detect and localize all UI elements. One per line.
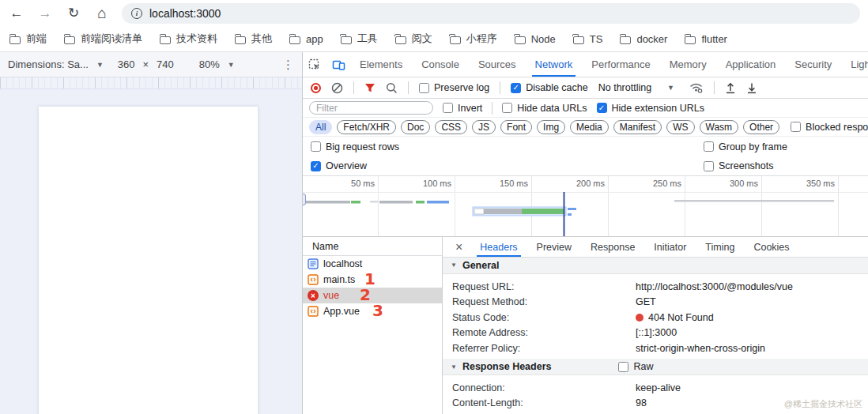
tab-security[interactable]: Security: [785, 52, 841, 77]
network-overview-timeline[interactable]: 50 ms 100 ms 150 ms 200 ms 250 ms 300 ms…: [303, 176, 868, 237]
filter-pill-css[interactable]: CSS: [435, 120, 467, 134]
resource-type-filter-row: All Fetch/XHR Doc CSS JS Font Img Media …: [303, 118, 868, 137]
script-icon: [308, 306, 319, 317]
filter-pill-img[interactable]: Img: [537, 120, 565, 134]
filter-pill-manifest[interactable]: Manifest: [613, 120, 662, 134]
timeline-drag-handle[interactable]: [303, 194, 306, 205]
invert-checkbox[interactable]: Invert: [443, 103, 482, 114]
bookmark-folder[interactable]: 工具: [341, 32, 378, 46]
tab-cookies[interactable]: Cookies: [745, 237, 797, 257]
tab-headers[interactable]: Headers: [472, 237, 525, 257]
filter-pill-wasm[interactable]: Wasm: [700, 120, 739, 134]
forward-icon[interactable]: →: [36, 6, 54, 20]
chevron-down-icon[interactable]: ▼: [228, 61, 235, 69]
filter-input[interactable]: [309, 101, 433, 115]
error-icon: ×: [308, 290, 319, 301]
filter-pill-ws[interactable]: WS: [666, 120, 694, 134]
tab-preview[interactable]: Preview: [529, 237, 579, 257]
device-width-field[interactable]: 360: [118, 58, 135, 70]
tab-lighthouse[interactable]: Lighthouse: [841, 52, 868, 77]
bookmark-folder[interactable]: Node: [515, 33, 556, 45]
request-row-appvue[interactable]: App.vue 3: [303, 303, 442, 319]
hide-data-urls-checkbox[interactable]: Hide data URLs: [502, 103, 587, 114]
toggle-device-toolbar-icon[interactable]: [326, 52, 350, 77]
response-headers-section-header[interactable]: ▼ Response Headers Raw: [443, 359, 868, 375]
folder-icon: [289, 36, 300, 44]
close-icon[interactable]: ×: [449, 240, 469, 254]
tab-console[interactable]: Console: [412, 52, 469, 77]
horizontal-ruler: [0, 77, 302, 89]
folder-icon: [573, 36, 584, 44]
blocked-response-cookies-checkbox[interactable]: Blocked response cookies: [791, 122, 868, 133]
folder-icon: [450, 36, 461, 44]
filter-pill-js[interactable]: JS: [472, 120, 496, 134]
header-row: Request URL:http://localhost:3000/@modul…: [443, 279, 868, 295]
tab-sources[interactable]: Sources: [469, 52, 526, 77]
raw-checkbox[interactable]: Raw: [618, 361, 653, 372]
overview-checkbox[interactable]: Overview: [311, 160, 367, 171]
filter-pill-media[interactable]: Media: [570, 120, 609, 134]
tab-memory[interactable]: Memory: [660, 52, 716, 77]
address-bar[interactable]: i localhost:3000: [122, 3, 860, 24]
bookmark-folder[interactable]: app: [289, 33, 323, 45]
filter-pill-font[interactable]: Font: [500, 120, 532, 134]
device-height-field[interactable]: 740: [157, 58, 174, 70]
filter-pill-all[interactable]: All: [309, 120, 332, 134]
device-select[interactable]: Dimensions: Sa...: [8, 58, 89, 70]
device-more-options-icon[interactable]: ⋮: [282, 58, 294, 72]
disable-cache-checkbox[interactable]: Disable cache: [511, 82, 588, 93]
bookmark-folder[interactable]: 前端: [9, 32, 47, 46]
throttling-select[interactable]: No throttling▼: [598, 82, 674, 93]
bookmark-folder[interactable]: 小程序: [450, 32, 497, 46]
filter-pill-doc[interactable]: Doc: [401, 120, 430, 134]
home-icon[interactable]: ⌂: [93, 6, 111, 21]
filter-icon[interactable]: [364, 83, 376, 93]
checkbox-checked-icon: [311, 161, 321, 171]
tab-network[interactable]: Network: [526, 52, 583, 77]
big-request-rows-checkbox[interactable]: Big request rows: [311, 141, 399, 152]
preserve-log-checkbox[interactable]: Preserve log: [419, 82, 489, 93]
bookmark-folder[interactable]: 其他: [235, 32, 272, 46]
clear-network-log-icon[interactable]: [331, 82, 343, 94]
tab-response[interactable]: Response: [583, 237, 643, 257]
url-text[interactable]: localhost:3000: [149, 7, 221, 20]
network-body: Name localhost main.ts 1 × vue 2: [303, 237, 868, 414]
import-har-icon[interactable]: [725, 82, 736, 94]
request-row-maints[interactable]: main.ts 1: [303, 272, 442, 288]
tab-initiator[interactable]: Initiator: [646, 237, 694, 257]
folder-icon: [160, 36, 171, 44]
bookmark-folder[interactable]: flutter: [685, 33, 727, 45]
record-network-log-icon[interactable]: [311, 83, 321, 93]
export-har-icon[interactable]: [746, 82, 757, 94]
hide-extension-urls-checkbox[interactable]: Hide extension URLs: [597, 103, 704, 114]
checkbox-unchecked-icon: [791, 122, 801, 132]
tab-performance[interactable]: Performance: [582, 52, 659, 77]
bookmark-folder[interactable]: 阅文: [395, 32, 432, 46]
browser-window: ← → ↻ ⌂ i localhost:3000 前端 前端阅读清单 技术资料 …: [0, 0, 868, 414]
search-icon[interactable]: [386, 82, 398, 94]
general-section-header[interactable]: ▼ General: [443, 258, 868, 274]
filter-pill-fetchxhr[interactable]: Fetch/XHR: [337, 120, 396, 134]
chevron-down-icon[interactable]: ▼: [96, 61, 104, 69]
tab-elements[interactable]: Elements: [350, 52, 412, 77]
tab-application[interactable]: Application: [716, 52, 786, 77]
emulated-page[interactable]: [39, 107, 258, 414]
back-icon[interactable]: ←: [8, 6, 25, 20]
bookmark-folder[interactable]: 前端阅读清单: [64, 32, 142, 46]
screenshots-checkbox[interactable]: Screenshots: [704, 160, 773, 171]
bookmark-folder[interactable]: 技术资料: [160, 32, 217, 46]
zoom-select[interactable]: 80%: [199, 58, 220, 70]
inspect-element-icon[interactable]: [303, 52, 326, 77]
toolbar-divider: [714, 81, 715, 94]
tab-timing[interactable]: Timing: [697, 237, 742, 257]
group-by-frame-checkbox[interactable]: Group by frame: [704, 141, 787, 152]
filter-pill-other[interactable]: Other: [743, 120, 779, 134]
checkbox-unchecked-icon: [419, 83, 429, 93]
bookmark-folder[interactable]: docker: [620, 33, 667, 45]
chevron-down-icon: ▼: [667, 84, 674, 92]
bookmark-folder[interactable]: TS: [573, 33, 603, 45]
site-info-icon[interactable]: i: [131, 8, 142, 19]
name-column-header[interactable]: Name: [303, 237, 442, 256]
reload-icon[interactable]: ↻: [65, 6, 82, 20]
network-conditions-icon[interactable]: [689, 82, 704, 93]
